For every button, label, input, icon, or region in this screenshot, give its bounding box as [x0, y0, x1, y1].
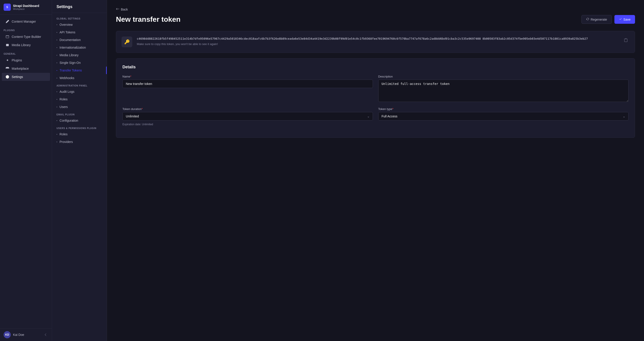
regenerate-label: Regenerate: [591, 18, 607, 21]
sidebar-item-label: Content-Type Builder: [12, 35, 41, 38]
settings-item-audit-logs[interactable]: Audit Logs: [52, 88, 107, 95]
active-indicator: [106, 66, 107, 74]
sidebar-item-content-manager[interactable]: Content Manager: [2, 17, 50, 25]
regenerate-icon: [586, 17, 589, 21]
general-section-label: GENERAL: [0, 51, 52, 56]
logo-initials: S: [6, 5, 8, 9]
token-duration-select[interactable]: Unlimited 7 days 30 days 90 days Custom: [122, 112, 373, 121]
settings-item-single-sign-on[interactable]: Single Sign-On: [52, 59, 107, 66]
save-label: Save: [623, 18, 630, 21]
form-group-token-duration: Token duration* Unlimited 7 days 30 days…: [122, 107, 373, 126]
plugins-section-label: PLUGINS: [0, 27, 52, 32]
collapse-sidebar-button[interactable]: [43, 332, 48, 338]
page-header: New transfer token Regenerate Save: [116, 15, 635, 24]
sidebar-item-label: Content Manager: [12, 20, 36, 23]
name-required-star: *: [130, 75, 132, 78]
form-row-duration-type: Token duration* Unlimited 7 days 30 days…: [122, 107, 628, 126]
settings-section-global: GLOBAL SETTINGS Overview API Tokens Docu…: [52, 15, 107, 82]
token-display-card: 🔑 c4698dd8822618fb5f498452511e314b7dfe95…: [116, 31, 635, 53]
sidebar-item-marketplace[interactable]: Marketplace: [2, 64, 50, 73]
expiration-hint: Expiration date: Unlimited: [122, 123, 373, 126]
settings-item-api-tokens[interactable]: API Tokens: [52, 28, 107, 36]
plugins-icon: ✦: [6, 58, 10, 62]
sidebar-item-media-library[interactable]: Media Library: [2, 41, 50, 49]
sidebar-nav: Content Manager PLUGINS Content-Type Bui…: [0, 14, 52, 328]
settings-item-overview[interactable]: Overview: [52, 21, 107, 28]
sidebar-footer: KD Kai Doe: [0, 328, 52, 341]
page-title: New transfer token: [116, 15, 180, 23]
token-value: c4698dd8822618fb5f498452511e314b7dfe9509…: [137, 36, 618, 41]
save-button[interactable]: Save: [614, 15, 635, 24]
form-group-name: Name*: [122, 75, 373, 102]
settings-item-documentation[interactable]: Documentation: [52, 36, 107, 44]
token-type-select-wrapper: Full Access Push Pull: [378, 112, 629, 121]
settings-item-roles-permissions[interactable]: Roles: [52, 130, 107, 138]
settings-item-roles[interactable]: Roles: [52, 95, 107, 103]
header-actions: Regenerate Save: [582, 15, 635, 24]
marketplace-icon: [6, 66, 10, 71]
token-type-required-star: *: [392, 107, 393, 111]
settings-section-users-permissions: USERS & PERMISSIONS PLUGIN Roles Provide…: [52, 124, 107, 146]
token-type-select[interactable]: Full Access Push Pull: [378, 112, 629, 121]
settings-item-webhooks[interactable]: Webhooks: [52, 74, 107, 82]
settings-section-label-admin: ADMINISTRATION PANEL: [52, 82, 107, 88]
settings-section-label-users-permissions: USERS & PERMISSIONS PLUGIN: [52, 124, 107, 130]
sidebar-item-settings[interactable]: Settings: [2, 73, 50, 81]
save-check-icon: [619, 17, 622, 21]
settings-panel-title: Settings: [52, 4, 107, 13]
edit-icon: [6, 19, 10, 23]
settings-item-configuration[interactable]: Configuration: [52, 117, 107, 124]
settings-item-users[interactable]: Users: [52, 103, 107, 111]
app-info: Strapi Dashboard Workplace: [13, 4, 39, 10]
regenerate-button[interactable]: Regenerate: [582, 15, 612, 24]
settings-section-label-global: GLOBAL SETTINGS: [52, 15, 107, 21]
app-title: Strapi Dashboard: [13, 4, 39, 7]
avatar: KD: [4, 331, 11, 338]
sidebar-item-label: Settings: [12, 75, 23, 79]
media-library-icon: [6, 43, 10, 47]
name-label: Name*: [122, 75, 373, 78]
sidebar-header: S Strapi Dashboard Workplace: [0, 0, 52, 14]
sidebar-item-label: Media Library: [12, 43, 31, 47]
sidebar-item-content-type-builder[interactable]: Content-Type Builder: [2, 33, 50, 41]
name-input[interactable]: [122, 79, 373, 88]
sidebar-item-label: Marketplace: [12, 67, 29, 70]
sidebar: S Strapi Dashboard Workplace Content Man…: [0, 0, 52, 341]
token-icon-wrap: 🔑: [122, 36, 132, 47]
sidebar-item-label: Plugins: [12, 58, 22, 62]
description-textarea[interactable]: Unlimited full-access transfer token: [378, 79, 629, 102]
back-link[interactable]: Back: [116, 7, 128, 11]
token-duration-label: Token duration*: [122, 107, 373, 111]
main-content: Back New transfer token Regenerate Save …: [107, 0, 644, 341]
app-subtitle: Workplace: [13, 7, 39, 10]
settings-section-admin: ADMINISTRATION PANEL Audit Logs Roles Us…: [52, 82, 107, 111]
token-warning: Make sure to copy this token, you won't …: [137, 42, 618, 46]
settings-item-media-library[interactable]: Media Library: [52, 51, 107, 59]
settings-section-email: EMAIL PLUGIN Configuration: [52, 111, 107, 124]
avatar-initials: KD: [5, 333, 9, 336]
copy-token-button[interactable]: [622, 36, 630, 44]
token-content: c4698dd8822618fb5f498452511e314b7dfe9509…: [137, 36, 618, 46]
content-type-builder-icon: [6, 35, 10, 39]
sidebar-item-plugins[interactable]: ✦ Plugins: [2, 56, 50, 64]
details-card: Details Name* Description Unlimited full…: [116, 58, 635, 138]
form-group-token-type: Token type* Full Access Push Pull: [378, 107, 629, 126]
settings-icon: [6, 75, 10, 79]
settings-item-transfer-tokens[interactable]: Transfer Tokens: [52, 66, 107, 74]
form-row-name-description: Name* Description Unlimited full-access …: [122, 75, 628, 102]
user-name: Kai Doe: [13, 333, 24, 337]
back-label: Back: [121, 7, 128, 11]
settings-section-label-email: EMAIL PLUGIN: [52, 111, 107, 117]
settings-item-internationalization[interactable]: Internationalization: [52, 44, 107, 51]
token-duration-required-star: *: [142, 107, 142, 111]
token-type-label: Token type*: [378, 107, 629, 111]
key-icon: 🔑: [124, 39, 130, 44]
app-logo: S: [4, 3, 11, 11]
details-title: Details: [122, 65, 628, 69]
form-group-description: Description Unlimited full-access transf…: [378, 75, 629, 102]
token-duration-select-wrapper: Unlimited 7 days 30 days 90 days Custom: [122, 112, 373, 121]
description-label: Description: [378, 75, 629, 78]
back-arrow-icon: [116, 7, 120, 11]
settings-item-providers[interactable]: Providers: [52, 138, 107, 146]
settings-panel: Settings GLOBAL SETTINGS Overview API To…: [52, 0, 107, 341]
